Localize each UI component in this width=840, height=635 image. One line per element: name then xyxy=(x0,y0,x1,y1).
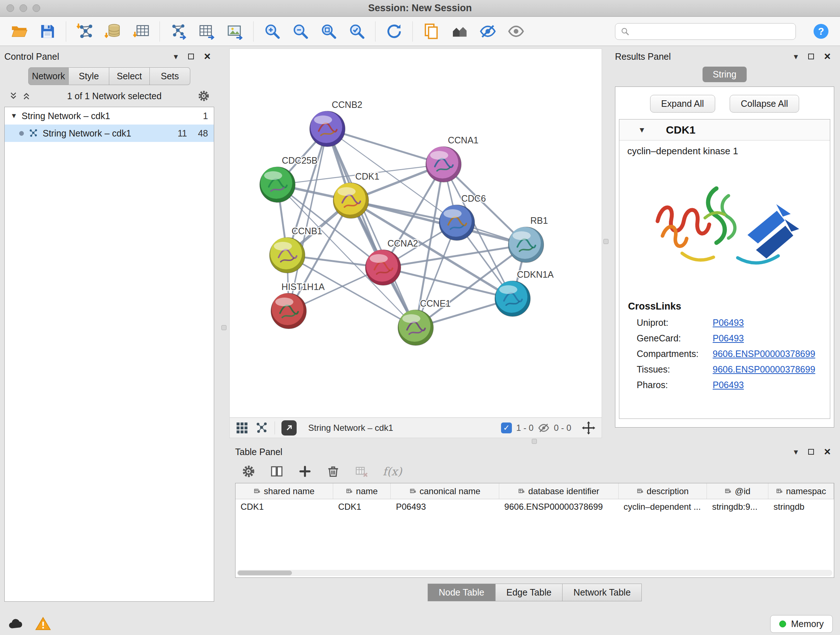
pan-crosshair-icon[interactable] xyxy=(581,421,596,435)
crosslink-link[interactable]: P06493 xyxy=(713,380,744,390)
tab-node-table[interactable]: Node Table xyxy=(428,584,496,601)
search-input[interactable] xyxy=(633,26,790,36)
crosslink-link[interactable]: 9606.ENSP00000378699 xyxy=(713,348,815,359)
panel-menu-icon[interactable]: ▾ xyxy=(174,52,178,62)
table-row[interactable]: CDK1CDK1P064939606.ENSP00000378699cyclin… xyxy=(235,499,834,515)
protein-section-header[interactable]: ▼ CDK1 xyxy=(619,119,830,141)
column-header-shared-name[interactable]: shared name xyxy=(235,483,333,499)
panel-close-icon[interactable]: × xyxy=(824,54,831,59)
selected-checkbox[interactable]: ✓ xyxy=(501,423,512,433)
collection-count: 1 xyxy=(203,111,208,121)
network-node-HIST1H1A[interactable] xyxy=(271,293,306,329)
show-columns-icon[interactable] xyxy=(270,464,284,478)
sort-icon xyxy=(409,488,417,495)
network-node-CDC25B[interactable] xyxy=(260,167,295,203)
panel-menu-icon[interactable]: ▾ xyxy=(794,447,798,457)
network-node-CDKN1A[interactable] xyxy=(495,281,531,317)
tab-network[interactable]: Network xyxy=(28,67,69,85)
panel-menu-icon[interactable]: ▾ xyxy=(794,52,798,62)
save-session-button[interactable] xyxy=(38,22,57,41)
import-network-file-button[interactable] xyxy=(75,22,95,41)
export-network-button[interactable] xyxy=(169,22,188,41)
zoom-selected-button[interactable] xyxy=(347,22,366,41)
network-row[interactable]: String Network – cdk1 11 48 xyxy=(5,125,214,142)
collapse-all-button[interactable]: Collapse All xyxy=(729,95,799,112)
copy-document-button[interactable] xyxy=(422,22,441,41)
gear-icon[interactable] xyxy=(197,90,210,102)
birdseye-grid-icon[interactable] xyxy=(235,421,248,434)
external-link-button[interactable] xyxy=(281,420,297,435)
crosslink-link[interactable]: P06493 xyxy=(713,318,744,328)
network-collection-row[interactable]: ▼ String Network – cdk1 1 xyxy=(5,107,214,125)
panel-close-icon[interactable]: × xyxy=(824,449,831,455)
import-table-button[interactable] xyxy=(131,22,151,41)
main-toolbar: ? xyxy=(0,17,840,46)
home-views-button[interactable] xyxy=(450,22,469,41)
panel-float-icon[interactable] xyxy=(808,54,814,59)
tab-select[interactable]: Select xyxy=(109,67,150,85)
network-node-CCNB2[interactable] xyxy=(309,111,345,147)
panel-close-icon[interactable]: × xyxy=(204,54,210,59)
chevrons-up-icon[interactable] xyxy=(22,91,31,101)
column-header-canonical-name[interactable]: canonical name xyxy=(391,483,499,499)
network-node-CCNB1[interactable] xyxy=(270,238,305,273)
export-table-button[interactable] xyxy=(197,22,216,41)
import-network-icon xyxy=(76,23,93,40)
tree-expand-icon[interactable]: ▼ xyxy=(11,112,17,120)
crosslink-link[interactable]: 9606.ENSP00000378699 xyxy=(713,364,815,375)
zoom-window-button[interactable] xyxy=(33,4,40,12)
zoom-out-button[interactable] xyxy=(291,22,310,41)
column-header-name[interactable]: name xyxy=(333,483,391,499)
vertical-splitter-handle[interactable] xyxy=(603,239,608,244)
network-node-RB1[interactable] xyxy=(508,227,544,263)
tab-string[interactable]: String xyxy=(703,67,746,82)
import-network-database-button[interactable] xyxy=(103,22,123,41)
column-header-label: @id xyxy=(735,486,750,496)
panel-float-icon[interactable] xyxy=(188,54,194,59)
network-node-CCNA2[interactable] xyxy=(365,250,401,285)
help-button[interactable]: ? xyxy=(811,22,831,41)
tab-sets[interactable]: Sets xyxy=(150,67,190,85)
collapse-section-icon[interactable]: ▼ xyxy=(638,126,646,134)
toolbar-search[interactable] xyxy=(615,23,796,40)
minimize-window-button[interactable] xyxy=(19,4,27,12)
network-canvas[interactable]: CCNB2CCNA1CDC25BCDK1CDC6RB1CCNB1CCNA2CDK… xyxy=(230,49,602,417)
tab-network-table[interactable]: Network Table xyxy=(562,584,642,601)
add-column-icon[interactable] xyxy=(298,464,312,478)
chevrons-down-icon[interactable] xyxy=(9,91,18,101)
crosslink-link[interactable]: P06493 xyxy=(713,333,744,344)
show-all-button[interactable] xyxy=(506,22,526,41)
column-header-database-identifier[interactable]: database identifier xyxy=(499,483,619,499)
network-node-CCNA1[interactable] xyxy=(426,147,461,182)
apply-layout-button[interactable] xyxy=(384,22,404,41)
export-image-button[interactable] xyxy=(225,22,245,41)
left-splitter-handle[interactable] xyxy=(221,325,226,330)
open-session-button[interactable] xyxy=(9,22,29,41)
hide-selected-button[interactable] xyxy=(478,22,497,41)
warning-button[interactable] xyxy=(35,616,51,632)
expand-all-button[interactable]: Expand All xyxy=(650,95,715,112)
zoom-fit-button[interactable] xyxy=(319,22,338,41)
table-panel-title: Table Panel xyxy=(235,447,283,457)
network-node-CDC6[interactable] xyxy=(439,205,475,241)
close-window-button[interactable] xyxy=(6,4,14,12)
column-header--id[interactable]: @id xyxy=(707,483,768,499)
zoom-in-button[interactable] xyxy=(262,22,282,41)
crosslink-label: Compartments: xyxy=(637,348,713,359)
panel-float-icon[interactable] xyxy=(808,449,814,455)
network-node-CDK1[interactable] xyxy=(333,183,369,218)
table-gear-icon[interactable] xyxy=(242,464,256,478)
memory-button[interactable]: Memory xyxy=(770,615,833,633)
cloud-button[interactable] xyxy=(7,616,24,632)
sort-icon xyxy=(637,488,644,495)
tab-edge-table[interactable]: Edge Table xyxy=(496,584,563,601)
column-header-description[interactable]: description xyxy=(619,483,707,499)
scrollbar-thumb[interactable] xyxy=(238,570,292,575)
toolbar-separator xyxy=(275,421,275,434)
delete-column-icon[interactable] xyxy=(326,464,340,478)
column-header-namespac[interactable]: namespac xyxy=(768,483,834,499)
network-node-CCNE1[interactable] xyxy=(398,310,433,345)
horizontal-splitter-handle[interactable] xyxy=(532,439,537,444)
tab-style[interactable]: Style xyxy=(69,67,109,85)
string-network-icon[interactable] xyxy=(255,421,268,434)
